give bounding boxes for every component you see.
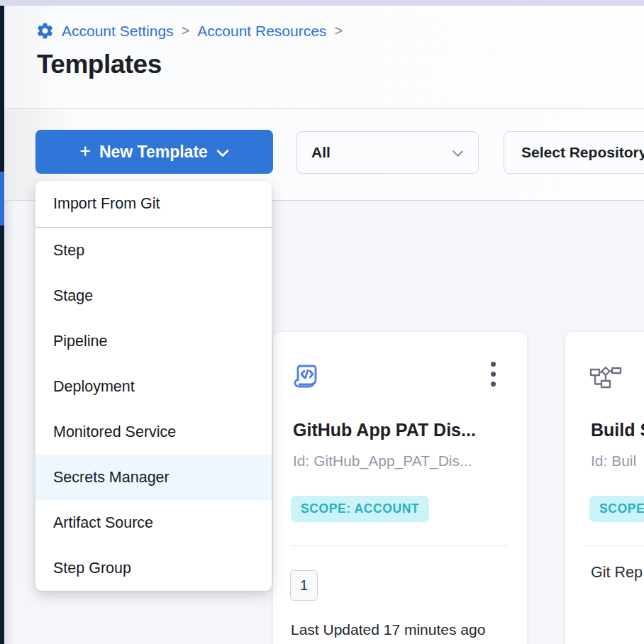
chevron-down-icon [216,149,229,157]
git-repo-text: Git Rep [591,564,643,582]
templates-page: Account Settings > Account Resources > T… [0,0,644,644]
template-type-filter-select[interactable]: All [296,131,479,174]
page-title: Templates [37,50,162,79]
menu-item-pipeline[interactable]: Pipeline [35,318,272,364]
stage-flowchart-icon [589,366,622,390]
repository-filter-label: Select Repository [521,144,644,161]
new-template-menu: Import From Git Step Stage Pipeline Depl… [35,181,272,591]
card-divider [291,545,509,546]
breadcrumb: Account Settings > Account Resources > [35,21,343,40]
menu-item-deployment[interactable]: Deployment [35,364,272,409]
card-divider [584,545,644,546]
new-template-label: New Template [99,143,208,162]
menu-item-step-group[interactable]: Step Group [35,545,272,591]
code-template-icon [292,362,321,392]
template-type-filter-value: All [311,144,331,161]
scope-badge: SCOPE [589,496,644,522]
template-card-build-stage[interactable]: Build S Id: Buil SCOPE Git Rep [565,332,644,644]
breadcrumb-account-settings[interactable]: Account Settings [62,23,174,40]
new-template-button[interactable]: + New Template [35,130,273,174]
template-card-title: GitHub App PAT Dis... [293,420,476,440]
menu-item-secrets-manager[interactable]: Secrets Manager [35,455,272,500]
top-accent-bar [0,0,644,6]
chevron-down-icon [452,150,464,157]
menu-item-stage[interactable]: Stage [35,273,272,318]
template-card-id: Id: GitHub_App_PAT_Dis... [293,453,472,470]
breadcrumb-account-resources[interactable]: Account Resources [197,23,326,40]
breadcrumb-separator: > [181,23,191,39]
card-options-kebab-icon[interactable] [489,360,497,388]
template-version-chip: 1 [290,570,318,601]
template-card-id: Id: Buil [591,453,636,470]
plus-icon: + [79,142,91,161]
last-updated-text: Last Updated 17 minutes ago [291,621,485,638]
template-card-title: Build S [591,420,644,440]
breadcrumb-separator: > [333,23,343,39]
page-header: Account Settings > Account Resources > T… [4,6,644,109]
repository-filter-select[interactable]: Select Repository [504,131,644,174]
settings-gear-icon [35,21,55,40]
menu-item-artifact-source[interactable]: Artifact Source [35,500,272,545]
menu-item-import-from-git[interactable]: Import From Git [35,181,272,228]
menu-item-step[interactable]: Step [35,228,272,273]
template-card-github-app-pat[interactable]: GitHub App PAT Dis... Id: GitHub_App_PAT… [273,332,527,644]
menu-item-monitored-service[interactable]: Monitored Service [35,409,272,455]
scope-badge: SCOPE: ACCOUNT [291,496,429,522]
